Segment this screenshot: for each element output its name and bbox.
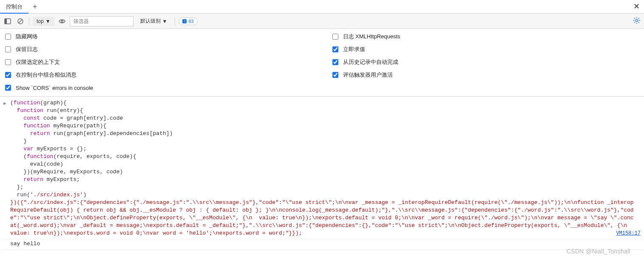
checkbox[interactable]	[5, 59, 11, 65]
checkbox[interactable]	[332, 46, 338, 52]
settings-option[interactable]: 隐藏网络	[3, 32, 314, 41]
separator	[29, 17, 29, 26]
settings-option[interactable]: 仅限选定的上下文	[3, 58, 314, 66]
close-icon[interactable]: ✕	[633, 2, 640, 11]
option-label: 从历史记录中自动完成	[343, 58, 398, 66]
svg-line-3	[19, 20, 22, 23]
option-label: 仅限选定的上下文	[16, 58, 60, 66]
settings-option[interactable]: 在控制台中组合相似消息	[3, 71, 314, 79]
option-label: 在控制台中组合相似消息	[16, 71, 77, 79]
svg-point-4	[61, 20, 62, 22]
tab-bar: 控制台 + ✕	[0, 0, 644, 14]
code-block: (function(graph){ function run(entry){ c…	[10, 99, 642, 237]
settings-option[interactable]: 从历史记录中自动完成	[331, 58, 641, 66]
console-input-entry[interactable]: ▶ (function(graph){ function run(entry){…	[2, 98, 644, 239]
checkbox[interactable]	[5, 72, 11, 78]
execution-context-selector[interactable]: top ▼	[33, 17, 54, 26]
chevron-down-icon: ▼	[45, 18, 51, 24]
settings-option[interactable]: Show `CORS` errors in console	[3, 83, 314, 92]
checkbox[interactable]	[5, 85, 11, 91]
expand-caret-icon[interactable]: ▶	[3, 100, 6, 107]
info-icon: i	[182, 19, 187, 23]
option-label: 日志 XMLHttpRequests	[343, 33, 400, 40]
option-label: Show `CORS` errors in console	[16, 85, 93, 91]
checkbox[interactable]	[5, 46, 11, 52]
issues-count: 83	[188, 19, 193, 24]
option-label: 隐藏网络	[16, 33, 38, 40]
settings-option[interactable]: 评估触发器用户激活	[331, 71, 641, 79]
filter-input[interactable]	[70, 16, 133, 26]
console-log-output: say hello	[2, 239, 644, 250]
option-label: 保留日志	[16, 46, 38, 53]
console-output: ▶ (function(graph){ function run(entry){…	[0, 97, 644, 256]
svg-rect-1	[5, 19, 7, 24]
separator	[175, 17, 175, 26]
add-tab-button[interactable]: +	[28, 0, 42, 13]
console-settings-panel: 隐藏网络保留日志仅限选定的上下文在控制台中组合相似消息Show `CORS` e…	[0, 29, 644, 97]
log-level-selector[interactable]: 默认级别 ▼	[136, 16, 172, 26]
chevron-down-icon: ▼	[162, 18, 167, 24]
settings-option[interactable]: 保留日志	[3, 45, 314, 54]
tab-console[interactable]: 控制台	[0, 0, 28, 14]
checkbox[interactable]	[332, 59, 338, 65]
context-label: top	[37, 18, 44, 24]
checkbox[interactable]	[5, 34, 11, 40]
option-label: 立即求值	[343, 46, 365, 53]
option-label: 评估触发器用户激活	[343, 71, 393, 79]
toggle-sidebar-icon[interactable]	[3, 16, 13, 26]
level-label: 默认级别	[140, 17, 161, 25]
console-toolbar: top ▼ 默认级别 ▼ i 83	[0, 14, 644, 29]
settings-option[interactable]: 日志 XMLHttpRequests	[331, 32, 641, 41]
settings-option[interactable]: 立即求值	[331, 45, 641, 54]
checkbox[interactable]	[332, 34, 338, 40]
checkbox[interactable]	[332, 72, 338, 78]
settings-gear-icon[interactable]	[633, 17, 641, 26]
svg-point-5	[635, 19, 638, 21]
clear-console-icon[interactable]	[15, 16, 26, 26]
source-link[interactable]: VM158:17	[616, 230, 641, 237]
live-expression-icon[interactable]	[57, 16, 67, 26]
issues-counter[interactable]: i 83	[179, 17, 197, 25]
